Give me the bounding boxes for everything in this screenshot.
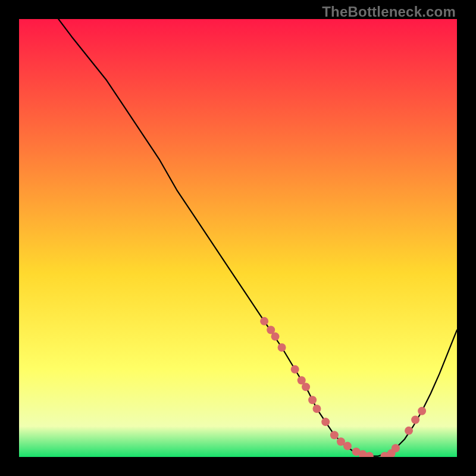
curve-marker bbox=[392, 444, 400, 452]
curve-marker bbox=[278, 343, 286, 352]
curve-marker bbox=[260, 317, 268, 325]
curve-marker bbox=[330, 431, 339, 439]
curve-marker bbox=[321, 418, 330, 426]
curve-marker bbox=[308, 396, 317, 404]
curve-marker bbox=[418, 407, 426, 415]
curve-marker bbox=[302, 383, 310, 391]
curve-marker bbox=[312, 405, 321, 413]
chart-frame bbox=[19, 19, 457, 457]
curve-marker bbox=[411, 415, 419, 424]
watermark-text: TheBottleneck.com bbox=[322, 4, 456, 20]
curve-marker bbox=[343, 442, 352, 450]
curve-marker bbox=[405, 427, 413, 435]
curve-marker bbox=[291, 365, 299, 374]
gradient-background bbox=[19, 19, 457, 457]
curve-marker bbox=[271, 333, 280, 341]
chart-plot bbox=[19, 19, 457, 457]
